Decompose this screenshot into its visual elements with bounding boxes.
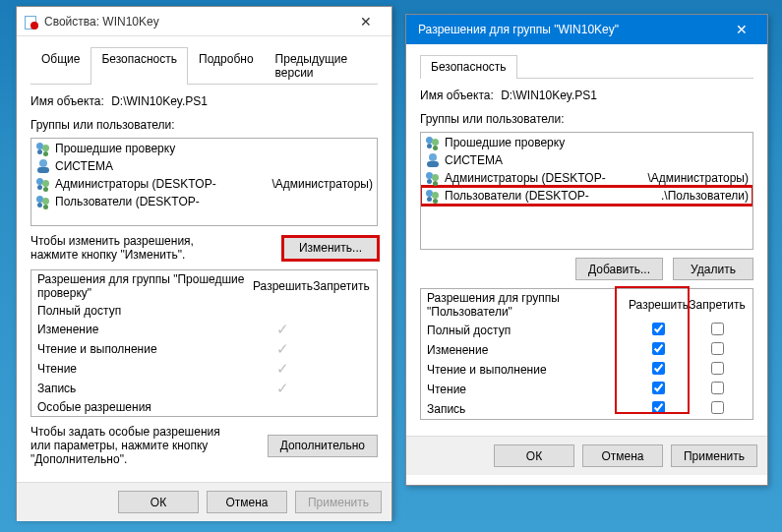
advanced-button[interactable]: Дополнительно [268, 435, 378, 457]
allow-checkbox[interactable] [652, 342, 665, 355]
change-row: Чтобы изменить разрешения, нажмите кнопк… [30, 234, 378, 262]
cancel-button[interactable]: Отмена [582, 444, 663, 467]
allow-checkbox[interactable] [652, 362, 665, 375]
principal-suffix: \Администраторы) [647, 171, 749, 185]
client-area: Общие Безопасность Подробно Предыдущие в… [17, 36, 391, 482]
deny-checkbox[interactable] [711, 382, 724, 394]
deny-cell [688, 323, 747, 338]
principals-list[interactable]: Прошедшие проверкуСИСТЕМААдминистраторы … [420, 132, 753, 250]
window-title: Разрешения для группы "WIN10Key" [412, 23, 722, 36]
principal-name: СИСТЕМА [445, 153, 503, 167]
tab-general[interactable]: Общие [30, 47, 90, 85]
permissions-header: Разрешения для группы "Пользователи" Раз… [421, 289, 752, 321]
permission-name: Полный доступ [37, 304, 253, 318]
permission-name: Чтение [427, 383, 629, 396]
groups-users-label: Группы или пользователи: [30, 118, 378, 132]
table-row: Изменение [421, 340, 752, 360]
window-title: Свойства: WIN10Key [44, 15, 346, 29]
group-icon [425, 188, 441, 204]
table-row: Особые разрешения [31, 398, 377, 416]
apply-button[interactable]: Применить [295, 491, 382, 513]
tab-details[interactable]: Подробно [188, 47, 265, 85]
tab-security[interactable]: Безопасность [420, 55, 517, 79]
list-item[interactable]: Пользователи (DESKTOP- [31, 193, 377, 210]
groups-users-label: Группы или пользователи: [420, 112, 753, 126]
permission-name: Запись [427, 402, 629, 416]
permissions-header: Разрешения для группы "Прошедшие проверк… [31, 270, 377, 302]
titlebar[interactable]: Свойства: WIN10Key ✕ [17, 7, 391, 36]
advanced-note: Чтобы задать особые разрешения или парам… [30, 425, 227, 466]
list-item[interactable]: СИСТЕМА [31, 157, 377, 175]
deny-checkbox[interactable] [711, 362, 724, 375]
ok-button[interactable]: ОК [494, 444, 574, 467]
allow-column-header: Разрешить [629, 298, 688, 312]
user-icon [425, 152, 441, 168]
deny-checkbox[interactable] [711, 323, 724, 335]
close-icon[interactable]: ✕ [346, 14, 386, 30]
ok-button[interactable]: ОК [118, 491, 199, 513]
titlebar[interactable]: Разрешения для группы "WIN10Key" ✕ [406, 15, 767, 44]
properties-window: Свойства: WIN10Key ✕ Общие Безопасность … [16, 6, 392, 519]
allow-cell [629, 362, 688, 378]
close-icon[interactable]: ✕ [722, 22, 761, 37]
add-button[interactable]: Добавить... [575, 258, 663, 280]
advanced-row: Чтобы задать особые разрешения или парам… [30, 425, 378, 466]
table-row: Запись✓ [31, 379, 377, 398]
permission-name: Полный доступ [427, 324, 629, 337]
tab-security[interactable]: Безопасность [90, 47, 188, 85]
check-icon: ✓ [276, 321, 289, 337]
list-item[interactable]: СИСТЕМА [421, 151, 752, 169]
edit-button[interactable]: Изменить... [283, 237, 378, 260]
apply-button[interactable]: Применить [671, 444, 757, 467]
permissions-table: Разрешения для группы "Прошедшие проверк… [30, 269, 378, 417]
object-name-row: Имя объекта: D:\WIN10Key.PS1 [420, 89, 753, 102]
deny-checkbox[interactable] [711, 342, 724, 355]
list-item[interactable]: Прошедшие проверку [31, 140, 377, 157]
list-item[interactable]: Администраторы (DESKTOP-\Администраторы) [31, 175, 377, 193]
permission-name: Изменение [427, 343, 629, 357]
object-name-row: Имя объекта: D:\WIN10Key.PS1 [30, 94, 378, 108]
principal-name: СИСТЕМА [55, 159, 113, 173]
principal-name: Пользователи (DESKTOP- [55, 195, 200, 208]
cancel-button[interactable]: Отмена [207, 491, 287, 513]
principal-suffix: .\Пользователи) [661, 189, 749, 203]
app-icon [23, 14, 38, 30]
tab-strip: Общие Безопасность Подробно Предыдущие в… [30, 46, 378, 85]
table-row: Чтение и выполнение [421, 360, 752, 380]
principals-list[interactable]: Прошедшие проверкуСИСТЕМААдминистраторы … [30, 138, 378, 226]
allow-checkbox[interactable] [652, 323, 665, 335]
table-row: Полный доступ [421, 321, 752, 340]
list-item[interactable]: Пользователи (DESKTOP-.\Пользователи) [421, 187, 752, 205]
list-item[interactable]: Прошедшие проверку [421, 134, 752, 151]
group-icon [425, 170, 441, 186]
deny-checkbox[interactable] [711, 401, 724, 414]
group-icon [35, 141, 51, 156]
group-icon [425, 135, 441, 150]
permissions-for-label: Разрешения для группы "Пользователи" [427, 291, 629, 319]
principal-name: Прошедшие проверку [55, 142, 175, 155]
deny-cell [688, 362, 747, 378]
table-row: Полный доступ [31, 302, 377, 320]
permission-name: Чтение [37, 362, 253, 376]
table-row: Чтение [421, 380, 752, 399]
allow-cell [629, 323, 688, 338]
table-row: Изменение✓ [31, 320, 377, 339]
deny-column-header: Запретить [688, 298, 747, 312]
user-icon [35, 158, 51, 174]
table-row: Чтение и выполнение✓ [31, 339, 377, 359]
permission-name: Запись [37, 382, 253, 395]
tab-previous-versions[interactable]: Предыдущие версии [265, 47, 378, 85]
remove-button[interactable]: Удалить [673, 258, 753, 280]
list-item[interactable]: Администраторы (DESKTOP-\Администраторы) [421, 169, 752, 187]
allow-cell [629, 342, 688, 358]
dialog-buttons: ОК Отмена Применить [406, 436, 767, 475]
object-name-label: Имя объекта: [30, 94, 104, 108]
table-row: Запись [421, 399, 752, 419]
allow-cell: ✓ [253, 341, 312, 357]
check-icon: ✓ [276, 340, 289, 357]
principal-name: Прошедшие проверку [445, 136, 565, 149]
change-note: Чтобы изменить разрешения, нажмите кнопк… [30, 234, 227, 262]
deny-cell [688, 342, 747, 358]
allow-checkbox[interactable] [652, 401, 665, 414]
allow-checkbox[interactable] [652, 382, 665, 394]
